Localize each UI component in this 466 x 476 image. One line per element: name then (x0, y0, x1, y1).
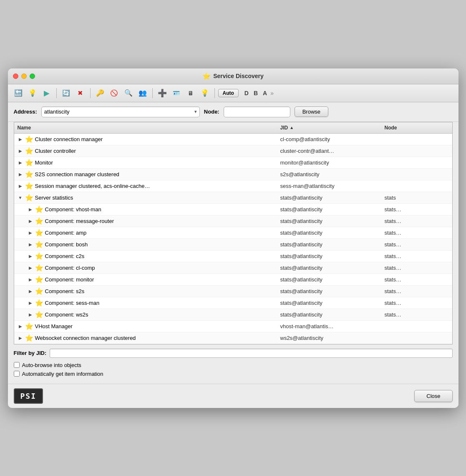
card-button[interactable]: 🪪 (170, 87, 183, 99)
noentry-button[interactable]: 🚫 (108, 87, 121, 99)
table-row[interactable]: ▶ ⭐ VHost Manager vhost-man@atlantis… (14, 321, 452, 332)
close-traffic-light[interactable] (13, 73, 18, 79)
expand-icon[interactable]: ▶ (18, 172, 23, 177)
star-icon: ⭐ (35, 299, 43, 307)
star-icon: ⭐ (25, 322, 33, 330)
search-button[interactable]: 🔍 (122, 87, 135, 99)
column-header-node[interactable]: Node (381, 124, 452, 132)
node-input-wrap[interactable]: ▾ (224, 106, 290, 117)
table-row[interactable]: ▶ ⭐ Websocket connection manager cluster… (14, 332, 452, 344)
row-name-cell: ▶ ⭐ Component: monitor (14, 275, 277, 284)
maximize-traffic-light[interactable] (30, 73, 35, 79)
row-node-cell (381, 337, 452, 339)
expand-icon[interactable]: ▶ (18, 336, 23, 340)
address-input-wrap[interactable]: ▾ (41, 106, 200, 117)
back-button[interactable]: 🔙 (12, 87, 25, 99)
toolbar-separator-1 (56, 88, 57, 98)
expand-icon[interactable]: ▶ (18, 324, 23, 329)
add-button[interactable]: ➕ (156, 87, 169, 99)
expand-icon[interactable]: ▶ (28, 254, 33, 258)
auto-item-label: Automatically get item information (22, 371, 103, 377)
expand-icon[interactable]: ▶ (28, 230, 33, 235)
row-jid-cell: s2s@atlantiscity (277, 170, 381, 178)
row-jid-cell: stats@atlantiscity (277, 299, 381, 307)
expand-icon[interactable]: ▶ (28, 312, 33, 317)
table-row[interactable]: ▶ ⭐ Monitor monitor@atlantiscity (14, 157, 452, 169)
browse-button[interactable]: Browse (295, 106, 328, 117)
expand-icon[interactable]: ▶ (28, 242, 33, 247)
node-input[interactable] (227, 109, 297, 115)
stop-button[interactable]: ✖ (74, 87, 87, 99)
bulb-button[interactable]: 💡 (26, 87, 39, 99)
row-name-cell: ▶ ⭐ Monitor (14, 158, 277, 167)
node-label: Node: (204, 109, 219, 115)
table-row[interactable]: ▶ ⭐ Component: message-router stats@atla… (14, 215, 452, 227)
table-row[interactable]: ▶ ⭐ S2S connection manager clustered s2s… (14, 169, 452, 180)
auto-item-row: Automatically get item information (14, 371, 453, 377)
row-name-text: Component: vhost-man (45, 206, 101, 213)
table-row[interactable]: ▶ ⭐ Component: sess-man stats@atlantisci… (14, 297, 452, 309)
close-button[interactable]: Close (414, 390, 452, 402)
filter-input[interactable] (50, 349, 452, 358)
expand-icon[interactable]: ▶ (28, 207, 33, 212)
column-header-name[interactable]: Name (14, 124, 277, 132)
expand-icon[interactable]: ▶ (28, 266, 33, 270)
table-row[interactable]: ▶ ⭐ Component: ws2s stats@atlantiscity s… (14, 309, 452, 321)
table-row[interactable]: ▶ ⭐ Component: bosh stats@atlantiscity s… (14, 239, 452, 251)
auto-browse-checkbox[interactable] (14, 362, 20, 368)
expand-icon[interactable]: ▶ (28, 277, 33, 282)
row-node-cell (381, 185, 452, 187)
column-header-jid[interactable]: JID ▲ (277, 124, 381, 132)
expand-icon[interactable]: ▶ (28, 219, 33, 223)
expand-icon[interactable]: ▶ (28, 301, 33, 305)
auto-button[interactable]: Auto (218, 89, 239, 97)
a-button[interactable]: A (261, 90, 269, 96)
refresh-button[interactable]: 🔄 (60, 87, 73, 99)
address-dropdown-arrow[interactable]: ▾ (194, 109, 197, 114)
table-row[interactable]: ▶ ⭐ Component: vhost-man stats@atlantisc… (14, 204, 452, 215)
row-jid-cell: monitor@atlantiscity (277, 159, 381, 167)
expand-icon[interactable]: ▶ (18, 149, 23, 153)
row-node-cell: stats… (381, 252, 452, 260)
expand-icon[interactable]: ▶ (18, 184, 23, 188)
table-row[interactable]: ▶ ⭐ Cluster controller cluster-contr@atl… (14, 145, 452, 157)
table-row[interactable]: ▶ ⭐ Component: amp stats@atlantiscity st… (14, 227, 452, 239)
row-name-cell: ▶ ⭐ S2S connection manager clustered (14, 170, 277, 179)
row-name-text: Component: bosh (45, 241, 88, 248)
row-node-cell: stats (381, 194, 452, 202)
expand-icon[interactable]: ▼ (18, 195, 23, 200)
title-text: Service Discovery (213, 73, 264, 79)
bulb2-button[interactable]: 💡 (199, 87, 211, 99)
expand-icon[interactable]: ▶ (18, 160, 23, 165)
d-button[interactable]: D (243, 90, 250, 96)
row-name-text: Component: amp (45, 230, 87, 236)
row-node-cell: stats… (381, 311, 452, 319)
minimize-traffic-light[interactable] (21, 73, 27, 79)
table-row[interactable]: ▶ ⭐ Component: s2s stats@atlantiscity st… (14, 286, 452, 297)
table-row[interactable]: ▶ ⭐ Component: cl-comp stats@atlantiscit… (14, 262, 452, 274)
people-button[interactable]: 👥 (136, 87, 149, 99)
star-icon: ⭐ (25, 170, 33, 178)
auto-item-checkbox[interactable] (14, 371, 20, 377)
table-row[interactable]: ▶ ⭐ Component: c2s stats@atlantiscity st… (14, 251, 452, 262)
address-input[interactable] (44, 109, 194, 115)
row-name-text: Component: c2s (45, 253, 85, 259)
row-node-cell (381, 138, 452, 140)
row-name-cell: ▶ ⭐ Component: amp (14, 228, 277, 238)
table-row[interactable]: ▶ ⭐ Session manager clustered, acs-onlin… (14, 180, 452, 192)
table-row[interactable]: ▼ ⭐ Server statistics stats@atlantiscity… (14, 192, 452, 204)
row-name-cell: ▶ ⭐ Cluster controller (14, 146, 277, 156)
expand-icon[interactable]: ▶ (28, 289, 33, 294)
b-button[interactable]: B (252, 90, 259, 96)
expand-icon[interactable]: ▶ (18, 137, 23, 142)
table-row[interactable]: ▶ ⭐ Cluster connection manager cl-comp@a… (14, 134, 452, 145)
star-icon: ⭐ (25, 135, 33, 143)
row-name-text: Monitor (35, 160, 53, 166)
screen-button[interactable]: 🖥 (184, 87, 197, 99)
service-table: Name JID ▲ Node ▶ ⭐ Cluster connection m… (14, 122, 453, 344)
jid-label: JID (280, 125, 288, 131)
forward-button[interactable]: ▶ (40, 87, 53, 99)
star-icon: ⭐ (202, 72, 211, 80)
table-row[interactable]: ▶ ⭐ Component: monitor stats@atlantiscit… (14, 274, 452, 286)
key-button[interactable]: 🔑 (94, 87, 106, 99)
